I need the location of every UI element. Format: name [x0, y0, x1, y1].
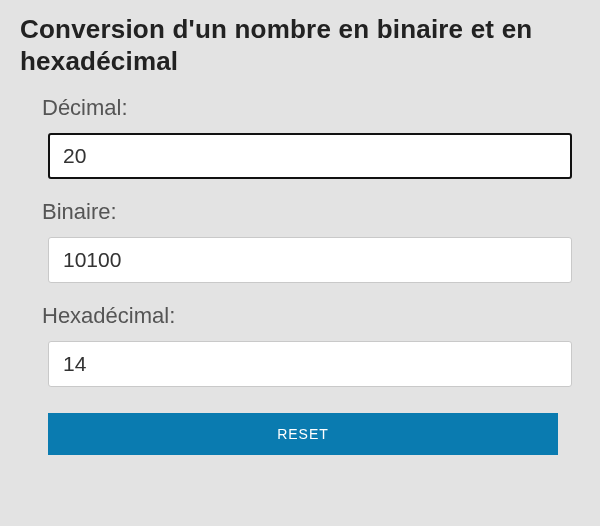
- hex-input[interactable]: [48, 341, 572, 387]
- binary-input[interactable]: [48, 237, 572, 283]
- binary-field-block: Binaire:: [20, 199, 580, 283]
- decimal-field-block: Décimal:: [20, 95, 580, 179]
- binary-label: Binaire:: [42, 199, 572, 225]
- hex-field-block: Hexadécimal:: [20, 303, 580, 387]
- decimal-label: Décimal:: [42, 95, 572, 121]
- reset-button[interactable]: RESET: [48, 413, 558, 455]
- page-title: Conversion d'un nombre en binaire et en …: [20, 14, 580, 77]
- hex-label: Hexadécimal:: [42, 303, 572, 329]
- decimal-input[interactable]: [48, 133, 572, 179]
